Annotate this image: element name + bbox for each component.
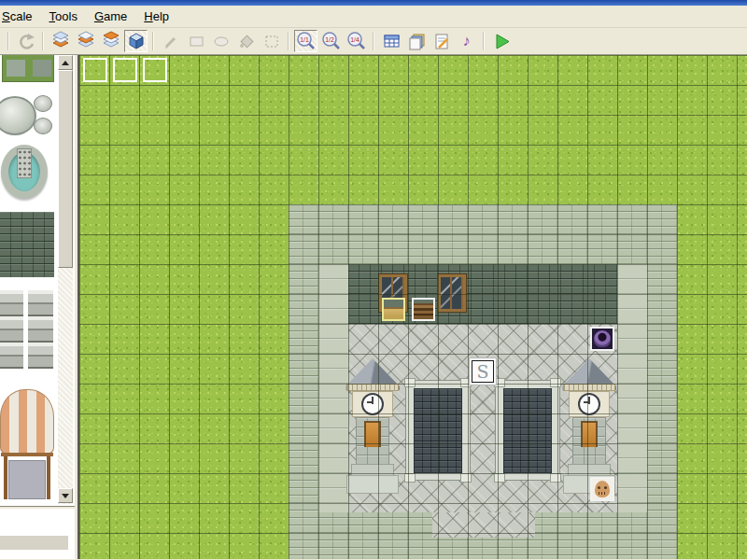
pit-cap bbox=[404, 473, 416, 483]
pit-cap bbox=[550, 473, 561, 483]
pit-cap bbox=[550, 378, 561, 387]
event-purple-figure[interactable] bbox=[590, 327, 614, 351]
zoom-1-4-button[interactable]: 1/4 bbox=[345, 30, 368, 52]
tent-leg bbox=[47, 456, 50, 499]
event-sign-s[interactable]: S bbox=[470, 358, 496, 385]
dashed-select-icon bbox=[262, 32, 281, 50]
svg-text:1/1: 1/1 bbox=[300, 36, 309, 43]
scroll-down-button[interactable] bbox=[58, 488, 73, 503]
menu-bar: Scale Tools Game Help bbox=[0, 6, 747, 28]
layer-3-icon bbox=[101, 31, 121, 51]
map-tree-panel[interactable] bbox=[0, 510, 75, 559]
document-pencil-icon bbox=[432, 32, 451, 50]
script-editor-button[interactable] bbox=[430, 30, 453, 52]
tool-bar: 1/1 1/2 1/4 ♪ bbox=[0, 28, 747, 55]
clock-tower-left bbox=[345, 358, 400, 503]
pencil-icon bbox=[162, 32, 180, 50]
select-tool-button[interactable] bbox=[260, 30, 283, 52]
layer-3-button[interactable] bbox=[99, 30, 122, 52]
zoom-1-1-icon: 1/1 bbox=[296, 31, 317, 51]
event-flowerbox[interactable] bbox=[382, 298, 405, 321]
clock-face bbox=[578, 393, 600, 415]
event-shelf[interactable] bbox=[412, 298, 435, 321]
pencil-tool-button[interactable] bbox=[159, 30, 182, 52]
tower-door bbox=[581, 421, 598, 447]
pit-cap bbox=[460, 473, 472, 483]
hooded-figure-icon bbox=[594, 330, 611, 347]
palette-tile-steps[interactable] bbox=[0, 290, 23, 369]
layer-1-button[interactable] bbox=[49, 30, 72, 52]
menu-game[interactable]: Game bbox=[86, 7, 135, 26]
rectangle-icon bbox=[187, 32, 205, 50]
palette-tile-drum[interactable] bbox=[34, 118, 52, 134]
ellipse-icon bbox=[212, 32, 231, 50]
skull-icon bbox=[595, 481, 610, 497]
database-button[interactable] bbox=[379, 30, 402, 52]
menu-help[interactable]: Help bbox=[135, 7, 177, 26]
down-arrow-icon bbox=[62, 494, 69, 498]
toolbar-separator bbox=[483, 32, 485, 50]
event-layer-button[interactable] bbox=[124, 30, 148, 52]
pit-cap bbox=[494, 473, 505, 483]
tower-eave bbox=[563, 384, 615, 391]
tent-table bbox=[8, 460, 46, 499]
tent-bar bbox=[1, 453, 53, 456]
layer-2-icon bbox=[76, 31, 96, 51]
entrance-paving bbox=[432, 512, 535, 538]
wall-inner-face-right bbox=[617, 264, 647, 512]
palette-tile-stone-disc[interactable] bbox=[0, 96, 36, 135]
undo-button[interactable] bbox=[14, 30, 37, 52]
palette-tile-drum[interactable] bbox=[34, 95, 52, 112]
sign-letter: S bbox=[472, 360, 494, 383]
toolbar-separator bbox=[42, 32, 44, 50]
music-note-icon: ♪ bbox=[463, 34, 471, 49]
event-cube-icon bbox=[126, 31, 147, 51]
editor-main: S bbox=[0, 55, 747, 559]
map-canvas[interactable]: S bbox=[78, 55, 747, 559]
undo-icon bbox=[17, 32, 35, 50]
fountain-pillar bbox=[17, 148, 32, 178]
flood-fill-tool-button[interactable] bbox=[234, 30, 258, 52]
map-tree-scrollbar[interactable] bbox=[0, 536, 68, 550]
tile-selection-square[interactable] bbox=[143, 58, 167, 82]
pit-cap bbox=[404, 378, 416, 387]
scroll-up-button[interactable] bbox=[58, 55, 73, 70]
playtest-button[interactable] bbox=[489, 30, 513, 52]
tile-selection-square[interactable] bbox=[83, 58, 107, 82]
toolbar-separator bbox=[7, 32, 9, 50]
event-skull[interactable] bbox=[590, 477, 614, 501]
toolbar-separator bbox=[152, 32, 154, 50]
rectangle-tool-button[interactable] bbox=[184, 30, 207, 52]
paint-icon bbox=[237, 32, 256, 50]
svg-text:1/4: 1/4 bbox=[350, 36, 359, 43]
tile-selection-square[interactable] bbox=[113, 58, 137, 82]
wall-inner-face-left bbox=[318, 264, 348, 512]
tower-door bbox=[364, 421, 381, 447]
tower-base bbox=[346, 475, 399, 494]
palette-tile-fountain[interactable] bbox=[1, 145, 48, 199]
database-table-icon bbox=[382, 32, 401, 50]
layer-2-button[interactable] bbox=[74, 30, 97, 52]
layer-1-icon bbox=[50, 31, 71, 51]
menu-tools[interactable]: Tools bbox=[41, 7, 86, 26]
up-arrow-icon bbox=[62, 61, 69, 65]
ellipse-tool-button[interactable] bbox=[209, 30, 233, 52]
materials-button[interactable] bbox=[404, 30, 428, 52]
toolbar-separator bbox=[288, 32, 289, 50]
sound-test-button[interactable]: ♪ bbox=[455, 30, 478, 52]
palette-tile-tent[interactable] bbox=[0, 389, 54, 455]
svg-text:1/2: 1/2 bbox=[325, 36, 334, 43]
stacked-cards-icon bbox=[407, 32, 426, 50]
tower-eave bbox=[346, 384, 399, 391]
scrollbar-thumb[interactable] bbox=[58, 70, 73, 268]
palette-tile-green-tables[interactable] bbox=[2, 55, 54, 82]
menu-scale[interactable]: Scale bbox=[0, 7, 41, 26]
stone-pit bbox=[495, 380, 560, 481]
palette-tile-steps[interactable] bbox=[28, 290, 53, 369]
clock-face bbox=[361, 393, 384, 415]
zoom-1-2-button[interactable]: 1/2 bbox=[319, 30, 343, 52]
play-triangle-icon bbox=[492, 32, 511, 50]
palette-tile-dark-brick[interactable] bbox=[0, 212, 54, 277]
palette-scrollbar[interactable] bbox=[58, 55, 73, 504]
zoom-1-1-button[interactable]: 1/1 bbox=[294, 30, 317, 52]
